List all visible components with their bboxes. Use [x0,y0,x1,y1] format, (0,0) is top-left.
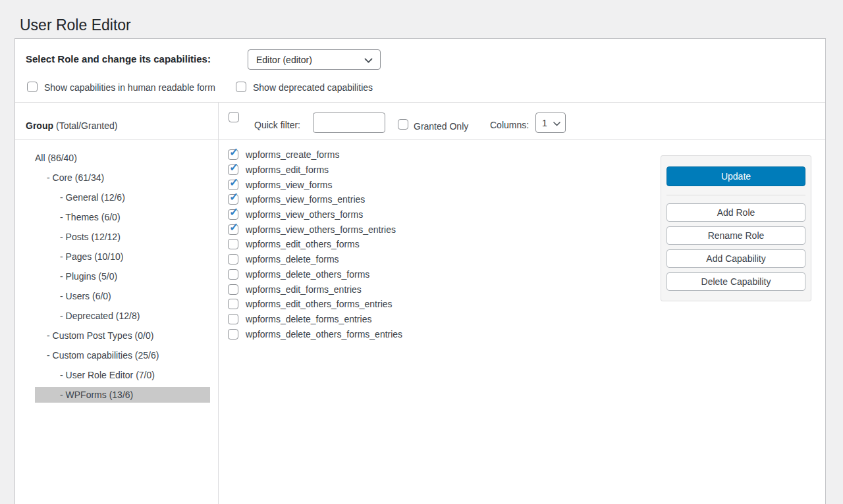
capability-checkbox[interactable] [228,194,238,205]
group-item-label: All (86/40) [35,153,77,163]
group-themes[interactable]: - Themes (6/0) [35,209,210,225]
capability-checkbox[interactable] [228,209,238,220]
group-all[interactable]: All (86/40) [35,150,210,166]
add-role-button[interactable]: Add Role [666,203,805,222]
group-item-label: - Custom Post Types (0/0) [47,330,153,341]
capability-checkbox[interactable] [228,224,238,235]
group-item-label: - User Role Editor (7/0) [60,370,155,380]
group-item-label: - Themes (6/0) [60,212,121,222]
group-item-label: - Core (61/34) [47,172,104,183]
capability-row: wpforms_create_forms [228,147,402,163]
chevron-down-icon [364,55,373,65]
capability-row: wpforms_delete_others_forms_entries [228,326,402,341]
group-plugins[interactable]: - Plugins (5/0) [35,268,210,284]
capability-label: wpforms_delete_others_forms_entries [246,329,402,340]
capability-label: wpforms_delete_forms [246,254,339,265]
human-readable-checkbox[interactable] [27,82,38,92]
capability-row: wpforms_view_others_forms [228,207,402,222]
human-readable-label: Show capabilities in human readable form [44,82,215,93]
group-custom-post-types[interactable]: - Custom Post Types (0/0) [35,328,210,343]
divider [666,195,805,195]
columns-select[interactable]: 1 [535,113,566,133]
group-item-label: - Deprecated (12/8) [60,311,140,321]
capability-row: wpforms_edit_forms [228,163,402,178]
capability-checkbox[interactable] [228,314,238,324]
capability-label: wpforms_create_forms [246,149,339,160]
vertical-divider [218,103,219,504]
capability-row: wpforms_view_forms_entries [228,192,402,207]
role-select-label: Select Role and change its capabilities: [26,53,211,64]
capability-label: wpforms_delete_forms_entries [246,314,371,324]
capability-label: wpforms_delete_others_forms [246,269,369,280]
role-select[interactable]: Editor (editor) [248,49,381,70]
capability-label: wpforms_edit_others_forms [246,239,360,249]
rename-role-button[interactable]: Rename Role [666,226,805,245]
actions-panel: Update Add Role Rename Role Add Capabili… [661,155,811,301]
capability-label: wpforms_edit_forms_entries [246,284,362,295]
chevron-down-icon [553,118,560,128]
capability-row: wpforms_edit_forms_entries [228,282,402,297]
group-posts[interactable]: - Posts (12/12) [35,229,210,245]
quick-filter-label: Quick filter: [254,120,300,130]
group-header: Group(Total/Granted) [26,120,117,131]
capability-row: wpforms_view_forms [228,177,402,192]
group-item-label: - WPForms (13/6) [60,390,133,400]
capability-checkbox[interactable] [228,180,238,190]
quick-filter-input[interactable] [313,113,385,133]
capability-checkbox[interactable] [228,269,238,280]
capability-label: wpforms_view_others_forms_entries [246,224,396,235]
group-user-role-editor[interactable]: - User Role Editor (7/0) [35,367,210,383]
group-general[interactable]: - General (12/6) [35,189,210,205]
capability-checkbox[interactable] [228,164,238,175]
delete-capability-button[interactable]: Delete Capability [666,272,805,291]
group-core[interactable]: - Core (61/34) [35,170,210,186]
group-item-label: - General (12/6) [60,192,125,203]
group-deprecated[interactable]: - Deprecated (12/8) [35,308,210,324]
group-item-label: - Pages (10/10) [60,251,124,262]
capability-checkbox[interactable] [228,149,238,160]
capability-row: wpforms_edit_others_forms [228,237,402,252]
capability-label: wpforms_view_forms_entries [246,194,365,205]
capability-row: wpforms_delete_forms_entries [228,312,402,327]
user-role-editor-page: User Role Editor Select Role and change … [0,0,843,504]
groups-tree: All (86/40) - Core (61/34) - General (12… [35,150,210,407]
capability-label: wpforms_view_others_forms [246,209,363,220]
group-custom-capabilities[interactable]: - Custom capabilities (25/6) [35,347,210,363]
group-item-label: - Users (6/0) [60,291,111,301]
role-select-value: Editor (editor) [256,55,312,65]
update-button[interactable]: Update [666,166,805,186]
capability-checkbox[interactable] [228,254,238,265]
divider [15,102,825,103]
group-users[interactable]: - Users (6/0) [35,288,210,304]
group-item-label: - Plugins (5/0) [60,271,117,282]
group-wpforms[interactable]: - WPForms (13/6) [35,387,210,403]
ure-panel: Select Role and change its capabilities:… [14,38,826,504]
capability-checkbox[interactable] [228,239,238,249]
capability-label: wpforms_edit_forms [246,164,329,175]
capability-row: wpforms_edit_others_forms_entries [228,297,402,312]
capabilities-list: wpforms_create_forms wpforms_edit_forms … [228,147,402,341]
columns-select-value: 1 [542,118,547,128]
capability-label: wpforms_view_forms [246,180,332,190]
capability-row: wpforms_view_others_forms_entries [228,222,402,237]
divider [15,139,825,140]
capability-row: wpforms_delete_forms [228,252,402,267]
granted-only-checkbox[interactable] [398,119,408,130]
group-pages[interactable]: - Pages (10/10) [35,249,210,265]
page-title: User Role Editor [20,16,131,36]
toggle-all-checkbox[interactable] [229,112,239,122]
deprecated-label: Show deprecated capabilities [253,82,373,93]
capability-checkbox[interactable] [228,284,238,295]
capability-checkbox[interactable] [228,299,238,309]
group-item-label: - Custom capabilities (25/6) [47,350,159,361]
capability-label: wpforms_edit_others_forms_entries [246,299,393,309]
granted-only-label: Granted Only [414,121,468,132]
deprecated-checkbox[interactable] [236,82,246,92]
columns-label: Columns: [490,120,529,130]
add-capability-button[interactable]: Add Capability [666,249,805,268]
capability-row: wpforms_delete_others_forms [228,267,402,282]
group-item-label: - Posts (12/12) [60,232,121,242]
capability-checkbox[interactable] [228,329,238,340]
